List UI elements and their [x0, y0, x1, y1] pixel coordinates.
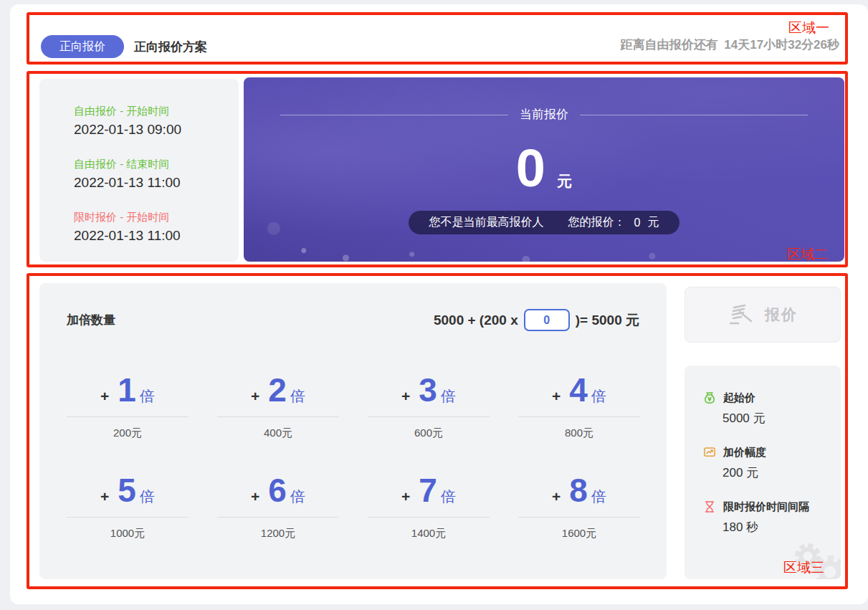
- divider-line: [368, 416, 490, 417]
- multiplier-suffix: 倍: [441, 487, 456, 507]
- info-item-increment: 加价幅度 200 元: [702, 444, 841, 482]
- multiplier-option-8x[interactable]: + 8 倍 1600元: [504, 470, 654, 540]
- your-bid-unit: 元: [647, 215, 659, 230]
- hourglass-icon: [702, 500, 717, 514]
- trend-chart-icon: [702, 445, 717, 459]
- plus-sign: +: [251, 388, 259, 405]
- plus-sign: +: [552, 388, 561, 405]
- multiplier-amount: 1000元: [52, 527, 203, 540]
- info-value: 5000 元: [722, 410, 841, 427]
- your-bid-label: 您的报价：: [568, 215, 626, 230]
- multiplier-amount: 800元: [504, 426, 654, 440]
- plus-sign: +: [401, 388, 410, 405]
- schedule-label: 自由报价 - 结束时间: [74, 156, 239, 172]
- divider-line: [518, 517, 640, 518]
- divider-line: [518, 416, 640, 417]
- multiplier-header: 加倍数量 5000 + (200 x )= 5000 元: [67, 309, 639, 331]
- info-item-interval: 限时报价时间间隔 180 秒: [702, 499, 841, 536]
- money-bag-icon: [702, 391, 717, 405]
- your-bid-value: 0: [634, 216, 641, 229]
- badge-label: 正向报价: [59, 39, 105, 54]
- schedule-value: 2022-01-13 11:00: [74, 227, 239, 245]
- schedule-panel: 自由报价 - 开始时间 2022-01-13 09:00 自由报价 - 结束时间…: [39, 79, 239, 262]
- amount-unit: 元: [557, 173, 572, 189]
- formula-right: )= 5000 元: [576, 311, 639, 330]
- divider-line: [67, 517, 189, 518]
- bid-formula: 5000 + (200 x )= 5000 元: [434, 309, 639, 331]
- info-label: 起始价: [723, 390, 755, 406]
- countdown-value: 14天17小时32分26秒: [724, 38, 839, 52]
- info-item-start-price: 起始价 5000 元: [702, 390, 841, 427]
- bid-status-text: 您不是当前最高报价人: [429, 215, 544, 230]
- multiplier-suffix: 倍: [591, 487, 606, 507]
- schedule-label: 限时报价 - 开始时间: [74, 209, 239, 225]
- schedule-item-timed-start: 限时报价 - 开始时间 2022-01-13 11:00: [74, 209, 239, 245]
- auction-bidding-page: 正向报价 正向报价方案 距离自由报价还有 14天17小时32分26秒 自由报价 …: [0, 0, 868, 610]
- multiplier-number: 2: [268, 369, 287, 411]
- multiplier-amount: 600元: [353, 426, 504, 440]
- divider-line: [580, 115, 808, 115]
- current-bid-title: 当前报价: [520, 106, 568, 123]
- multiplier-number: 1: [118, 369, 136, 411]
- bid-status-pill: 您不是当前最高报价人 您的报价： 0 元: [409, 211, 679, 234]
- current-bid-amount: 0 元: [244, 142, 844, 195]
- multiplier-number: 4: [569, 369, 588, 411]
- plus-sign: +: [401, 488, 410, 505]
- bid-direction-badge: 正向报价: [41, 35, 124, 58]
- divider-line: [368, 517, 490, 518]
- divider-line: [280, 115, 508, 115]
- schedule-item-free-start: 自由报价 - 开始时间 2022-01-13 09:00: [74, 103, 239, 139]
- multiplier-number: 3: [419, 369, 437, 411]
- plus-sign: +: [100, 488, 109, 505]
- submit-bid-button[interactable]: 报价: [685, 287, 841, 343]
- multiplier-suffix: 倍: [290, 487, 305, 507]
- multiplier-option-5x[interactable]: + 5 倍 1000元: [52, 470, 203, 540]
- plus-sign: +: [251, 488, 259, 505]
- multiplier-amount: 400元: [203, 426, 353, 440]
- schedule-item-free-end: 自由报价 - 结束时间 2022-01-13 11:00: [74, 156, 239, 192]
- countdown-prefix: 距离自由报价还有: [621, 38, 718, 52]
- schedule-value: 2022-01-13 09:00: [74, 120, 239, 139]
- page-title: 正向报价方案: [134, 39, 207, 56]
- formula-left: 5000 + (200 x: [434, 313, 518, 328]
- multiplier-suffix: 倍: [591, 386, 606, 406]
- countdown-text: 距离自由报价还有 14天17小时32分26秒: [618, 37, 839, 53]
- multiplier-amount: 1600元: [504, 527, 654, 540]
- multiplier-panel: 加倍数量 5000 + (200 x )= 5000 元 + 1 倍 200元 …: [39, 283, 667, 579]
- multiplier-number: 5: [118, 470, 136, 511]
- plus-sign: +: [552, 488, 561, 505]
- multiplier-option-2x[interactable]: + 2 倍 400元: [203, 369, 353, 440]
- multiplier-amount: 1200元: [203, 527, 353, 540]
- info-value: 200 元: [722, 464, 841, 482]
- schedule-value: 2022-01-13 11:00: [74, 173, 239, 192]
- multiplier-suffix: 倍: [140, 487, 155, 507]
- multiplier-count-input[interactable]: [524, 309, 570, 331]
- multiplier-number: 6: [268, 470, 287, 511]
- gear-icon: [785, 538, 841, 579]
- auction-info-panel: 起始价 5000 元 加价幅度 200 元: [685, 366, 841, 579]
- multiplier-number: 7: [419, 470, 437, 511]
- divider-line: [217, 416, 339, 417]
- info-label: 限时报价时间间隔: [723, 499, 809, 515]
- multiplier-number: 8: [569, 470, 588, 511]
- current-bid-banner: 当前报价 0 元 您不是当前最高报价人 您的报价： 0 元: [244, 77, 844, 262]
- multiplier-option-7x[interactable]: + 7 倍 1400元: [353, 470, 504, 540]
- multiplier-heading: 加倍数量: [67, 312, 115, 328]
- multiplier-amount: 200元: [52, 426, 203, 440]
- multiplier-option-1x[interactable]: + 1 倍 200元: [52, 369, 203, 440]
- submit-bid-label: 报价: [765, 305, 798, 325]
- multiplier-option-6x[interactable]: + 6 倍 1200元: [203, 470, 353, 540]
- amount-number: 0: [516, 138, 547, 198]
- info-value: 180 秒: [722, 519, 841, 536]
- gavel-icon: [728, 302, 755, 327]
- divider-line: [217, 517, 339, 518]
- plus-sign: +: [100, 388, 109, 405]
- multiplier-suffix: 倍: [441, 386, 456, 406]
- divider-line: [67, 416, 189, 417]
- multiplier-option-4x[interactable]: + 4 倍 800元: [504, 369, 654, 440]
- multiplier-option-3x[interactable]: + 3 倍 600元: [353, 369, 504, 440]
- multiplier-suffix: 倍: [140, 386, 155, 406]
- multiplier-amount: 1400元: [353, 527, 504, 540]
- banner-title-row: 当前报价: [244, 106, 844, 123]
- schedule-label: 自由报价 - 开始时间: [74, 103, 239, 119]
